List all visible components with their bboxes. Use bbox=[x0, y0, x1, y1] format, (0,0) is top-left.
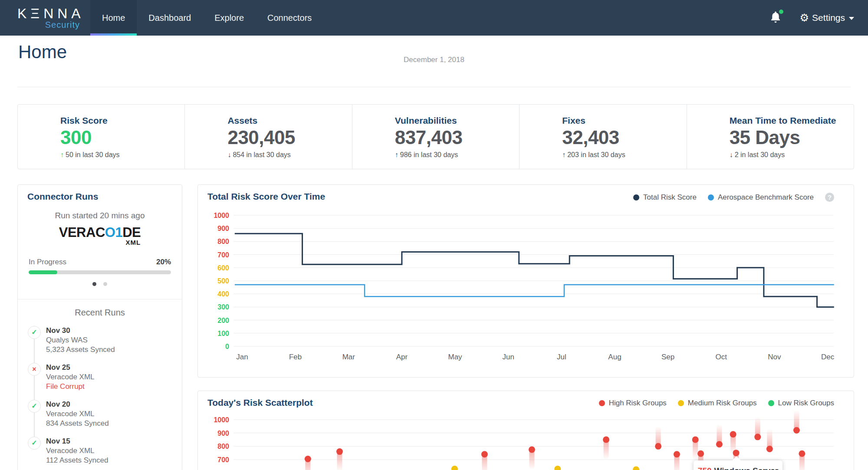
run-status: 5,323 Assets Synced bbox=[46, 345, 182, 355]
scatter-point-high bbox=[697, 450, 704, 457]
recent-runs-title: Recent Runs bbox=[18, 308, 182, 318]
y-tick-label: 100 bbox=[217, 330, 229, 337]
veracode-logo-part: 1 bbox=[115, 225, 122, 240]
run-status: File Corrupt bbox=[46, 382, 182, 391]
x-tick-label: Apr bbox=[396, 353, 408, 361]
notification-badge bbox=[778, 9, 784, 15]
progress-percent: 20% bbox=[156, 258, 171, 266]
scatter-point-high bbox=[799, 450, 805, 457]
scatter-tooltip: 750Windows Server bbox=[694, 460, 783, 470]
run-text: Nov 15Veracode XML112 Assets Synced bbox=[46, 437, 182, 465]
brand-subtitle: Security bbox=[17, 20, 82, 30]
tooltip-risk-score: 750 bbox=[698, 466, 712, 470]
x-tick-label: Jan bbox=[236, 353, 248, 361]
nav-item-connectors[interactable]: Connectors bbox=[256, 0, 323, 36]
nav-item-explore[interactable]: Explore bbox=[203, 0, 256, 36]
scatter-point-high bbox=[481, 451, 488, 457]
run-text: Nov 25Veracode XMLFile Corrupt bbox=[46, 363, 182, 391]
carousel-dot-2[interactable] bbox=[103, 282, 107, 286]
chevron-down-icon bbox=[849, 17, 854, 20]
stat-label: Risk Score bbox=[60, 115, 184, 126]
settings-menu[interactable]: ⚙ Settings bbox=[800, 13, 854, 23]
veracode-logo: VERACO1DE XML bbox=[18, 225, 182, 247]
stat-risk-score: Risk Score300↑50 in last 30 days bbox=[18, 105, 184, 169]
risk-over-time-chart: 01002003004005006007008009001000JanFebMa… bbox=[198, 185, 855, 378]
stat-delta-text: 50 in last 30 days bbox=[66, 151, 120, 158]
x-tick-label: May bbox=[448, 353, 462, 361]
check-icon: ✓ bbox=[28, 326, 41, 339]
y-tick-label: 1000 bbox=[214, 416, 229, 424]
page-date: December 1, 2018 bbox=[404, 56, 464, 64]
nav-item-home[interactable]: Home bbox=[90, 0, 137, 36]
nav-items: HomeDashboardExploreConnectors bbox=[90, 0, 323, 36]
tooltip-group-name: Windows Server bbox=[714, 466, 779, 470]
x-tick-label: Nov bbox=[768, 353, 781, 361]
x-tick-label: Aug bbox=[608, 353, 621, 361]
connector-runs-title: Connector Runs bbox=[27, 191, 98, 202]
y-tick-label: 700 bbox=[217, 456, 229, 463]
scatter-point-high bbox=[529, 447, 535, 453]
stat-label: Mean Time to Remediate bbox=[730, 115, 854, 126]
nav-item-dashboard[interactable]: Dashboard bbox=[137, 0, 203, 36]
divider bbox=[17, 87, 851, 87]
notifications-button[interactable] bbox=[769, 10, 783, 25]
arrow-down-icon: ↓ bbox=[227, 151, 231, 158]
page: KΞNNA Security HomeDashboardExploreConne… bbox=[0, 0, 868, 470]
brand-logo[interactable]: KΞNNA Security bbox=[17, 0, 82, 36]
carousel-dots bbox=[18, 282, 182, 286]
carousel-dot-1[interactable] bbox=[92, 282, 96, 286]
stat-label: Fixes bbox=[562, 115, 686, 126]
stat-delta-text: 986 in last 30 days bbox=[400, 151, 458, 158]
y-tick-label: 900 bbox=[217, 430, 229, 437]
x-tick-label: Feb bbox=[289, 353, 302, 361]
brand-title: KΞNNA bbox=[17, 6, 82, 21]
run-date: Nov 25 bbox=[46, 363, 182, 372]
x-tick-label: Dec bbox=[821, 353, 835, 361]
stat-value: 35 Days bbox=[730, 126, 854, 149]
risk-scatterplot-chart: 1000900800700 bbox=[198, 391, 855, 470]
stat-delta-text: 2 in last 30 days bbox=[735, 151, 785, 158]
stat-vulnerabilities: Vulnerabilities837,403↑986 in last 30 da… bbox=[352, 105, 519, 169]
x-tick-label: Mar bbox=[342, 353, 355, 361]
run-started-text: Run started 20 mins ago bbox=[18, 211, 182, 220]
scatter-point-high bbox=[793, 427, 800, 434]
stats-row: Risk Score300↑50 in last 30 daysAssets23… bbox=[18, 105, 854, 169]
arrow-up-icon: ↑ bbox=[562, 151, 566, 158]
error-icon: × bbox=[28, 363, 41, 376]
y-tick-label: 800 bbox=[217, 443, 229, 450]
stat-delta: ↑986 in last 30 days bbox=[395, 151, 519, 159]
stat-delta: ↑50 in last 30 days bbox=[60, 151, 184, 159]
arrow-up-icon: ↑ bbox=[60, 151, 64, 158]
scatter-point-high bbox=[766, 446, 773, 452]
settings-label: Settings bbox=[812, 13, 845, 23]
navbar-right: ⚙ Settings bbox=[769, 0, 868, 36]
stat-delta: ↓854 in last 30 days bbox=[227, 151, 352, 159]
x-tick-label: Jun bbox=[502, 353, 514, 361]
recent-run-item: ✓Nov 20Veracode XML834 Assets Synced bbox=[18, 400, 182, 428]
y-tick-label: 800 bbox=[217, 238, 229, 245]
y-tick-label: 900 bbox=[217, 225, 229, 232]
stat-delta: ↓2 in last 30 days bbox=[730, 151, 854, 159]
veracode-logo-part: O bbox=[105, 225, 115, 240]
stat-assets: Assets230,405↓854 in last 30 days bbox=[184, 105, 352, 169]
scatter-point-high bbox=[336, 448, 343, 455]
y-tick-label: 0 bbox=[225, 343, 229, 350]
scatter-point-high bbox=[603, 437, 609, 443]
veracode-logo-part: DE bbox=[122, 225, 141, 240]
page-title: Home bbox=[18, 42, 67, 62]
gear-icon: ⚙ bbox=[800, 13, 809, 23]
scatter-point-high bbox=[733, 450, 740, 456]
run-status: 112 Assets Synced bbox=[46, 456, 182, 465]
stats-summary-card: Risk Score300↑50 in last 30 daysAssets23… bbox=[17, 104, 854, 169]
recent-run-item: ✓Nov 15Veracode XML112 Assets Synced bbox=[18, 437, 182, 465]
stat-mean-time-to-remediate: Mean Time to Remediate35 Days↓2 in last … bbox=[687, 105, 854, 169]
recent-run-item: ×Nov 25Veracode XMLFile Corrupt bbox=[18, 363, 182, 391]
run-connector-name: Veracode XML bbox=[46, 409, 182, 419]
check-icon: ✓ bbox=[28, 437, 41, 450]
series-line-aerospace-benchmark-score bbox=[235, 285, 834, 296]
y-tick-label: 1000 bbox=[214, 212, 229, 219]
run-date: Nov 15 bbox=[46, 437, 182, 446]
run-date: Nov 30 bbox=[46, 326, 182, 335]
stat-value: 837,403 bbox=[395, 126, 519, 149]
run-text: Nov 20Veracode XML834 Assets Synced bbox=[46, 400, 182, 428]
